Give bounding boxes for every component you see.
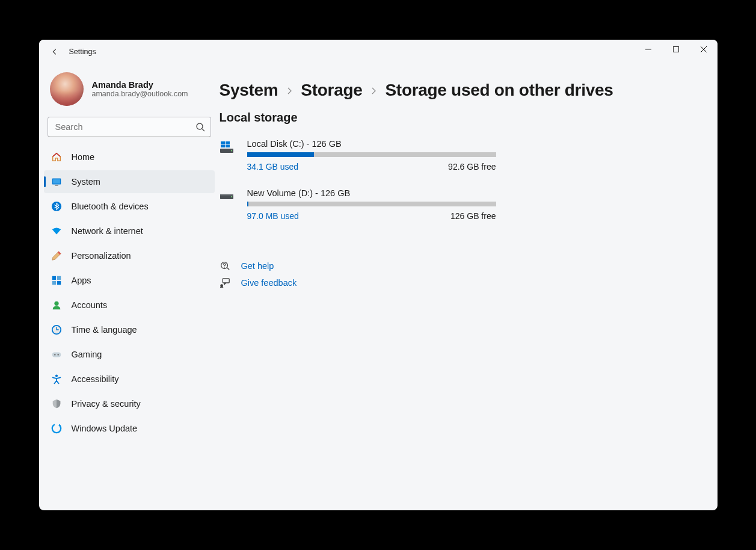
maximize-button[interactable] — [662, 40, 690, 59]
svg-point-25 — [231, 196, 232, 197]
give-feedback-link[interactable]: Give feedback — [241, 278, 297, 288]
drive-used-link[interactable]: 97.0 MB used — [247, 211, 299, 221]
network-icon — [51, 226, 62, 236]
sidebar-item-label: Time & language — [72, 325, 137, 335]
sidebar-item-personalization[interactable]: Personalization — [44, 244, 215, 267]
update-icon — [51, 423, 62, 434]
sidebar-item-label: Apps — [72, 276, 91, 285]
chevron-right-icon — [370, 86, 376, 96]
avatar — [50, 72, 84, 106]
chevron-right-icon — [286, 86, 292, 96]
disk-icon — [220, 188, 235, 221]
accounts-icon — [51, 300, 62, 311]
svg-rect-22 — [226, 145, 230, 148]
sidebar-item-apps[interactable]: Apps — [44, 269, 215, 292]
sidebar-item-label: Privacy & security — [72, 399, 141, 409]
drive-title: Local Disk (C:) - 126 GB — [247, 139, 496, 149]
privacy-icon — [51, 398, 62, 409]
sidebar-item-label: System — [72, 177, 100, 187]
home-icon — [51, 152, 62, 162]
breadcrumb: System Storage Storage used on other dri… — [220, 81, 693, 100]
drive-d[interactable]: New Volume (D:) - 126 GB 97.0 MB used 12… — [220, 188, 496, 221]
sidebar-item-home[interactable]: Home — [44, 146, 215, 168]
account-profile[interactable]: Amanda Brady amanda.brady@outlook.com — [43, 64, 216, 117]
section-title: Local storage — [220, 111, 693, 125]
drive-free-text: 92.6 GB free — [448, 162, 496, 171]
time-icon — [51, 324, 62, 335]
apps-icon — [51, 275, 62, 286]
svg-point-27 — [224, 267, 224, 268]
help-icon — [220, 261, 230, 271]
disk-system-icon — [220, 139, 235, 171]
svg-rect-6 — [52, 276, 55, 280]
svg-rect-21 — [221, 145, 225, 148]
drive-progress — [247, 202, 496, 206]
sidebar-item-label: Gaming — [72, 350, 102, 359]
search-icon — [195, 122, 205, 132]
sidebar-item-label: Personalization — [72, 251, 131, 261]
sidebar-item-label: Accessibility — [72, 374, 119, 384]
bluetooth-icon — [51, 201, 62, 212]
breadcrumb-current: Storage used on other drives — [385, 81, 613, 100]
accessibility-icon — [51, 374, 62, 385]
minimize-icon — [645, 46, 651, 52]
sidebar-item-label: Bluetooth & devices — [72, 202, 149, 211]
sidebar-item-time[interactable]: Time & language — [44, 318, 215, 341]
search-input[interactable] — [48, 117, 211, 137]
svg-rect-3 — [53, 179, 60, 184]
sidebar-item-accounts[interactable]: Accounts — [44, 294, 215, 317]
back-button[interactable] — [46, 43, 63, 60]
sidebar-item-network[interactable]: Network & internet — [44, 220, 215, 243]
get-help-link[interactable]: Get help — [241, 261, 274, 271]
drive-free-text: 126 GB free — [450, 211, 496, 221]
svg-rect-0 — [673, 47, 678, 52]
sidebar-item-gaming[interactable]: Gaming — [44, 343, 215, 366]
svg-point-15 — [55, 375, 57, 377]
close-icon — [701, 46, 707, 52]
svg-point-1 — [197, 123, 203, 129]
svg-rect-8 — [52, 281, 55, 285]
profile-email: amanda.brady@outlook.com — [92, 90, 188, 98]
profile-name: Amanda Brady — [92, 80, 188, 90]
sidebar-item-label: Accounts — [72, 300, 108, 310]
system-icon — [51, 176, 62, 187]
sidebar-item-label: Home — [72, 152, 95, 162]
svg-rect-19 — [221, 141, 225, 144]
maximize-icon — [673, 46, 679, 52]
svg-rect-4 — [55, 185, 58, 185]
drive-title: New Volume (D:) - 126 GB — [247, 188, 496, 198]
drive-c[interactable]: Local Disk (C:) - 126 GB 34.1 GB used 92… — [220, 139, 496, 171]
drive-progress-fill — [247, 202, 248, 206]
arrow-left-icon — [51, 48, 59, 56]
sidebar-item-label: Network & internet — [72, 226, 143, 236]
window-title: Settings — [69, 48, 96, 56]
breadcrumb-system[interactable]: System — [220, 81, 278, 100]
svg-rect-20 — [226, 141, 230, 144]
personalization-icon — [51, 250, 62, 261]
svg-point-13 — [54, 354, 55, 355]
sidebar-item-bluetooth[interactable]: Bluetooth & devices — [44, 195, 215, 218]
feedback-icon — [220, 277, 230, 288]
sidebar-item-privacy[interactable]: Privacy & security — [44, 392, 215, 415]
svg-rect-7 — [57, 276, 60, 280]
gaming-icon — [51, 349, 62, 360]
svg-rect-9 — [57, 281, 60, 285]
close-button[interactable] — [690, 40, 718, 59]
sidebar-item-label: Windows Update — [72, 424, 138, 433]
svg-point-16 — [52, 424, 60, 433]
svg-point-14 — [57, 354, 58, 355]
svg-point-10 — [54, 301, 58, 306]
drive-progress — [247, 152, 496, 157]
svg-rect-12 — [52, 352, 60, 357]
svg-rect-28 — [223, 279, 229, 283]
drive-progress-fill — [247, 152, 315, 157]
sidebar-item-update[interactable]: Windows Update — [44, 417, 215, 440]
svg-rect-24 — [220, 194, 233, 196]
breadcrumb-storage[interactable]: Storage — [301, 81, 362, 100]
drive-used-link[interactable]: 34.1 GB used — [247, 162, 299, 171]
minimize-button[interactable] — [635, 40, 662, 59]
sidebar-item-accessibility[interactable]: Accessibility — [44, 368, 215, 391]
svg-point-18 — [231, 150, 232, 152]
sidebar-item-system[interactable]: System — [44, 170, 215, 193]
